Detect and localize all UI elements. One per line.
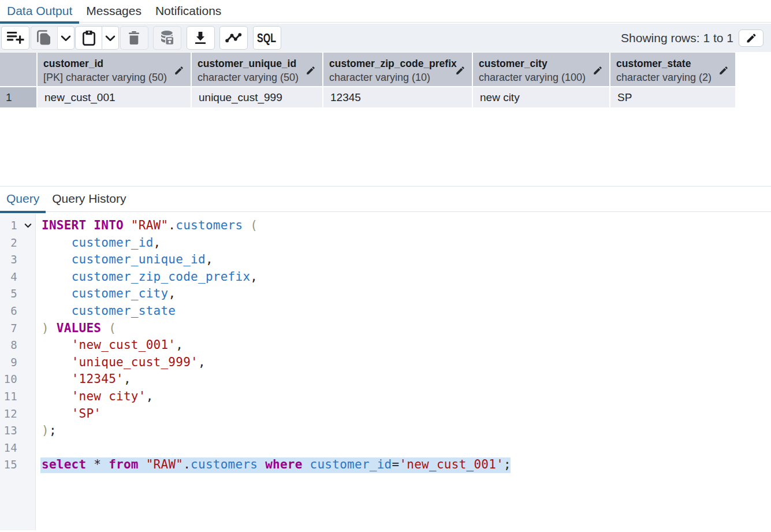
pgadmin-query-tool: Data OutputMessagesNotifications SQLShow… [0,0,771,532]
pencil-icon[interactable] [306,65,316,76]
sql-token-pu [42,372,72,386]
sql-token-pu [303,457,310,471]
sql-token-pu: , [168,287,176,300]
column-header-customer_state[interactable]: customer_statecharacter varying (2) [610,53,735,86]
pencil-icon[interactable] [174,65,184,76]
result-tab-messages[interactable]: Messages [79,0,148,24]
code-line-14 [36,440,771,457]
data-cell-customer_id[interactable]: new_cust_001 [38,87,191,107]
data-cell-customer_zip_code_prefix[interactable]: 12345 [323,87,472,107]
delete-button[interactable] [120,26,148,50]
query-tab-query-history[interactable]: Query History [46,187,132,213]
edit-mode-button[interactable] [739,29,763,47]
column-header-customer_id[interactable]: customer_id[PK] character varying (50) [38,53,191,86]
code-line-1: INSERT INTO "RAW".customers ( [36,217,771,235]
sql-token-pu [101,321,109,335]
sql-token-str: 'new city' [72,389,146,403]
sql-token-pu: . [183,457,191,471]
column-header-customer_city[interactable]: customer_citycharacter varying (100) [473,53,609,86]
data-cell-customer_unique_id[interactable]: unique_cust_999 [192,87,322,107]
sql-token-pu: , [250,270,258,284]
line-number: 4 [0,269,36,286]
graph-visualiser-button[interactable] [219,26,248,50]
editor-code: INSERT INTO "RAW".customers ( customer_i… [36,217,771,474]
chart-icon [225,33,242,43]
column-type: character varying (50) [198,70,305,84]
line-number: 10 [0,371,36,388]
sql-token-id: customer_state [72,304,176,318]
fold-chevron-icon[interactable] [24,217,32,235]
sql-token-str: "RAW" [146,457,184,471]
row-number-cell[interactable]: 1 [0,87,36,107]
sql-token-kw: VALUES [57,321,101,335]
code-line-5: customer_city, [36,285,771,303]
paste-button[interactable] [75,26,102,50]
column-header-customer_zip_code_prefix[interactable]: customer_zip_code_prefixcharacter varyin… [323,53,472,86]
result-tab-notifications[interactable]: Notifications [148,0,228,24]
sql-label: SQL [257,31,276,46]
line-number: 11 [0,388,36,405]
download-button[interactable] [187,26,215,50]
sql-token-br: ) [42,321,49,335]
paste-menu-button[interactable] [102,26,119,50]
pencil-icon[interactable] [718,65,729,76]
sql-editor[interactable]: 123456789101112131415 INSERT INTO "RAW".… [0,214,771,532]
line-number-text: 15 [4,456,17,474]
code-line-2: customer_id, [36,235,771,252]
add-row-button[interactable] [1,26,29,50]
download-icon [195,32,206,44]
sql-token-id: customer_city [72,287,169,300]
column-name: customer_unique_id [198,57,305,70]
column-header-customer_unique_id[interactable]: customer_unique_idcharacter varying (50) [192,53,322,86]
code-line-4: customer_zip_code_prefix, [36,269,771,286]
save-data-changes-button[interactable] [153,26,181,50]
line-number-text: 8 [10,337,17,354]
paste-icon [83,31,95,46]
sql-token-pu [42,338,72,352]
sql-token-id: customer_id [310,457,392,471]
query-tab-query[interactable]: Query [0,187,46,213]
line-number: 7 [0,320,36,337]
pencil-icon[interactable] [593,65,603,76]
line-number: 1 [0,217,36,235]
sql-token-str: 'new_cust_001' [399,457,504,471]
line-number: 9 [0,354,36,371]
data-cell-customer_state[interactable]: SP [610,87,735,107]
code-line-7: ) VALUES ( [36,320,771,337]
sql-button[interactable]: SQL [253,26,281,50]
line-number-text: 14 [4,440,17,457]
line-number: 2 [0,235,36,252]
data-cell-customer_city[interactable]: new city [473,87,609,107]
sql-token-pu [42,389,72,403]
line-number: 5 [0,285,36,303]
result-tab-data-output[interactable]: Data Output [0,0,79,24]
sql-token-pu [42,304,72,318]
sql-token-kw: select [42,457,86,471]
sql-token-kw: INSERT INTO [42,218,124,232]
line-number: 8 [0,337,36,354]
line-number: 3 [0,251,36,269]
sql-token-str: "RAW" [131,218,169,232]
row-number-header[interactable] [0,53,36,86]
sql-token-pu: , [146,389,154,403]
sql-token-pu: , [198,355,206,369]
line-number-text: 2 [10,235,17,252]
grid-header-row: customer_id[PK] character varying (50)cu… [0,53,736,86]
pencil-icon[interactable] [455,65,465,76]
line-number: 12 [0,405,36,423]
column-name: customer_zip_code_prefix [329,57,455,70]
sql-token-pu [42,252,72,266]
pencil-icon [746,32,757,44]
sql-token-kw: from [109,457,139,471]
data-output-grid: customer_id[PK] character varying (50)cu… [0,53,736,107]
column-type: character varying (2) [616,70,718,84]
sql-token-pu: ; [504,457,511,471]
copy-button[interactable] [31,26,58,50]
data-output-toolbar: SQLShowing rows: 1 to 1 [0,24,771,52]
sql-token-id: customer_zip_code_prefix [72,270,251,284]
line-number-text: 1 [10,217,17,235]
line-number-text: 10 [4,371,17,388]
sql-token-kw: where [265,457,303,471]
copy-menu-button[interactable] [58,26,75,50]
code-line-11: 'new city', [36,388,771,405]
